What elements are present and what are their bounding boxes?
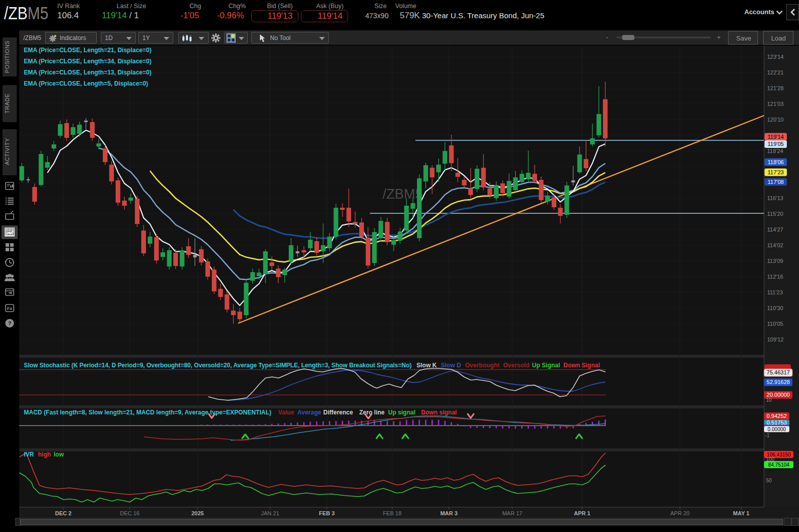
svg-text:121'28: 121'28 bbox=[767, 85, 784, 91]
svg-text:52.91628: 52.91628 bbox=[767, 379, 790, 385]
svg-text:118'24: 118'24 bbox=[767, 148, 783, 154]
svg-text:109'12: 109'12 bbox=[767, 336, 784, 343]
svg-text:122'21: 122'21 bbox=[767, 69, 784, 75]
svg-text:-1: -1 bbox=[765, 433, 770, 438]
svg-text:50: 50 bbox=[766, 478, 772, 483]
svg-text:MACD (Fast length=8, Slow leng: MACD (Fast length=8, Slow length=21, MAC… bbox=[24, 409, 272, 416]
svg-text:Average: Average bbox=[297, 409, 321, 416]
svg-text:Difference: Difference bbox=[323, 409, 353, 416]
svg-text:low: low bbox=[54, 451, 64, 458]
svg-text:/ZBM5: /ZBM5 bbox=[383, 186, 423, 202]
svg-text:Down Signal: Down Signal bbox=[563, 362, 600, 369]
svg-text:DEC 2: DEC 2 bbox=[55, 510, 71, 516]
svg-text:116'13: 116'13 bbox=[767, 195, 783, 201]
svg-text:119'14: 119'14 bbox=[768, 134, 784, 140]
svg-text:Value: Value bbox=[278, 409, 294, 416]
svg-text:2025: 2025 bbox=[192, 510, 204, 516]
svg-text:FEB 18: FEB 18 bbox=[383, 510, 402, 516]
svg-text:MAY 1: MAY 1 bbox=[733, 510, 749, 516]
svg-text:Slow K: Slow K bbox=[416, 362, 437, 369]
svg-text:114'27: 114'27 bbox=[767, 226, 783, 233]
svg-text:84.75104: 84.75104 bbox=[768, 462, 789, 468]
svg-text:117'08: 117'08 bbox=[768, 179, 784, 185]
svg-text:Slow D: Slow D bbox=[441, 362, 461, 369]
svg-text:0.94252: 0.94252 bbox=[767, 413, 787, 419]
svg-text:75.46317: 75.46317 bbox=[767, 369, 790, 375]
svg-text:111'23: 111'23 bbox=[767, 289, 783, 295]
svg-text:110'05: 110'05 bbox=[767, 321, 783, 327]
svg-text:119'05: 119'05 bbox=[768, 141, 784, 147]
svg-text:113'09: 113'09 bbox=[767, 258, 783, 264]
svg-text:EMA (Price=CLOSE, Length=13, D: EMA (Price=CLOSE, Length=13, Displace=0) bbox=[24, 69, 151, 76]
svg-text:IVR: IVR bbox=[24, 451, 34, 458]
svg-text:Down signal: Down signal bbox=[421, 409, 457, 416]
svg-text:FEB 3: FEB 3 bbox=[319, 510, 334, 516]
svg-text:APR 1: APR 1 bbox=[574, 510, 590, 516]
svg-text:Oversold: Oversold bbox=[503, 362, 529, 369]
svg-text:APR 20: APR 20 bbox=[670, 510, 690, 516]
svg-text:118'06: 118'06 bbox=[768, 159, 784, 165]
svg-text:10: 10 bbox=[766, 397, 772, 403]
svg-text:Zero line: Zero line bbox=[359, 409, 385, 416]
svg-text:120'10: 120'10 bbox=[767, 117, 784, 123]
svg-text:Up Signal: Up Signal bbox=[532, 362, 560, 369]
svg-text:EMA (Price=CLOSE, Length=21, D: EMA (Price=CLOSE, Length=21, Displace=0) bbox=[24, 47, 151, 54]
svg-text:0.00000: 0.00000 bbox=[768, 427, 786, 432]
svg-text:high: high bbox=[38, 451, 51, 458]
svg-text:Up signal: Up signal bbox=[388, 409, 415, 416]
svg-text:MAR 3: MAR 3 bbox=[440, 510, 458, 516]
svg-text:121'03: 121'03 bbox=[767, 101, 784, 107]
svg-text:110'30: 110'30 bbox=[767, 305, 783, 311]
svg-text:114'02: 114'02 bbox=[767, 242, 783, 248]
svg-text:EMA (Price=CLOSE, Length=34, D: EMA (Price=CLOSE, Length=34, Displace=0) bbox=[24, 58, 151, 65]
svg-text:123'14: 123'14 bbox=[767, 54, 784, 60]
svg-text:DEC 16: DEC 16 bbox=[120, 510, 140, 516]
svg-text:117'23: 117'23 bbox=[768, 169, 784, 175]
svg-text:112'16: 112'16 bbox=[767, 274, 783, 280]
svg-text:MAR 17: MAR 17 bbox=[502, 510, 522, 516]
svg-text:Slow Stochastic (K Period=14,: Slow Stochastic (K Period=14, D Period=9… bbox=[24, 362, 411, 369]
svg-text:JAN 21: JAN 21 bbox=[261, 510, 279, 516]
svg-text:115'20: 115'20 bbox=[767, 211, 783, 217]
svg-text:EMA (Price=CLOSE, Length=5, Di: EMA (Price=CLOSE, Length=5, Displace=0) bbox=[24, 80, 148, 87]
svg-text:Overbought: Overbought bbox=[465, 362, 500, 369]
